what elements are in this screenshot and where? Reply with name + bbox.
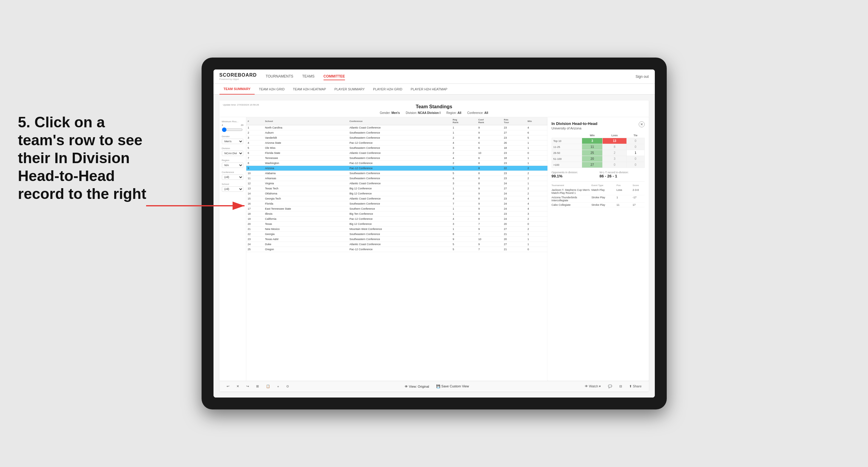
- bottom-toolbar: ↩ ✕ ↪ ⊞ 📋 + ⊙ 👁 View: Original 💾 Save Cu…: [219, 381, 649, 392]
- sub-nav: TEAM SUMMARY TEAM H2H GRID TEAM H2H HEAT…: [214, 84, 655, 95]
- table-row[interactable]: 19 California Pac-12 Conference 4 8 24 2: [246, 217, 548, 222]
- nav-teams[interactable]: TEAMS: [302, 73, 315, 80]
- h2h-title: In Division Head-to-Head: [552, 121, 597, 126]
- toolbar-redo[interactable]: ↪: [244, 383, 251, 389]
- table-body: 1 North Carolina Atlantic Coast Conferen…: [246, 125, 548, 252]
- gender-label: Gender: Men's: [380, 111, 400, 115]
- table-header-row: # School Conference RegRank ConfRank Rds…: [246, 117, 548, 125]
- standings-table: # School Conference RegRank ConfRank Rds…: [246, 117, 548, 252]
- update-time: Update time: 27/03/2024 16:56:26: [223, 103, 259, 106]
- col-conference: Conference: [348, 117, 451, 125]
- h2h-team: University of Arizona: [552, 126, 597, 130]
- col-rank: #: [246, 117, 264, 125]
- region-select[interactable]: N/A: [222, 162, 243, 168]
- tablet-frame: SCOREBOARD Powered by clippd TOURNAMENTS…: [202, 58, 667, 409]
- toolbar-add[interactable]: +: [275, 384, 281, 389]
- table-row[interactable]: 15 Georgia Tech Atlantic Coast Conferenc…: [246, 196, 548, 201]
- h2h-grid: Win Loss Tie Top 10 3 13 0 11-25 11 8 0 …: [552, 133, 645, 168]
- powered-by: Powered by clippd: [219, 78, 257, 81]
- table-row[interactable]: 17 East Tennessee State Southern Confere…: [246, 206, 548, 212]
- opponents-value: 99.1%: [552, 174, 597, 178]
- table-row[interactable]: 8 Washington Pac-12 Conference 2 8 23 1: [246, 161, 548, 166]
- filter-school: School (All): [222, 183, 244, 192]
- table-row[interactable]: 22 Georgia Southeastern Conference 8 7 2…: [246, 232, 548, 237]
- h2h-col-win: Win: [582, 133, 602, 138]
- table-row[interactable]: 10 Alabama Southeastern Conference 5 8 2…: [246, 171, 548, 176]
- conference-select[interactable]: (All): [222, 175, 243, 180]
- table-row[interactable]: 5 Ole Miss Southeastern Conference 3 6 1…: [246, 146, 548, 151]
- table-row[interactable]: 6 Florida State Atlantic Coast Conferenc…: [246, 151, 548, 156]
- toolbar-copy[interactable]: 📋: [264, 383, 273, 389]
- h2h-close-button[interactable]: ✕: [639, 121, 645, 127]
- annotation-text: 5. Click on a team's row to see their In…: [18, 113, 155, 203]
- sign-out-button[interactable]: Sign out: [636, 74, 649, 79]
- toolbar-grid[interactable]: ⊞: [254, 383, 261, 389]
- table-row[interactable]: 1 North Carolina Atlantic Coast Conferen…: [246, 125, 548, 130]
- table-row[interactable]: 25 Oregon Pac-12 Conference 5 7 21 0: [246, 247, 548, 252]
- tournament-row: Cabo Collegiate Stroke Play 11 17: [552, 203, 645, 207]
- toolbar-undo[interactable]: ↩: [224, 383, 232, 389]
- toolbar-clear[interactable]: ✕: [234, 383, 242, 389]
- record-stat: W-L-T record in-division: 86 - 26 - 1: [600, 171, 645, 178]
- view-original-button[interactable]: 👁 View: Original: [402, 384, 431, 389]
- subnav-team-h2h-heatmap[interactable]: TEAM H2H HEATMAP: [289, 84, 330, 95]
- top-nav: SCOREBOARD Powered by clippd TOURNAMENTS…: [214, 69, 655, 84]
- gender-select[interactable]: Men's: [222, 139, 243, 144]
- col-school: School: [264, 117, 348, 125]
- subnav-player-h2h-heatmap[interactable]: PLAYER H2H HEATMAP: [406, 84, 452, 95]
- table-row[interactable]: 12 Virginia Atlantic Coast Conference 3 …: [246, 181, 548, 186]
- table-row[interactable]: 9 Arizona Pac-12 Conference 5 8 22 2: [246, 166, 548, 171]
- h2h-row: 26-50 25 2 1: [552, 150, 644, 156]
- filter-gender: Gender Men's: [222, 135, 244, 144]
- table-row[interactable]: 2 Auburn Southeastern Conference 1 9 27 …: [246, 130, 548, 135]
- tournament-header: Tournament Event Type Pos Score: [552, 184, 645, 187]
- watch-button[interactable]: 👁 Watch ▾: [582, 383, 603, 389]
- h2h-col-tie: Tie: [626, 133, 644, 138]
- h2h-col-label: [552, 133, 582, 138]
- save-custom-view-button[interactable]: 💾 Save Custom View: [434, 383, 471, 389]
- h2h-stats: Opponents in division: 99.1% W-L-T recor…: [552, 171, 645, 178]
- logo-title: SCOREBOARD: [219, 72, 257, 78]
- division-select[interactable]: NCAA Division I: [222, 151, 243, 156]
- subnav-player-h2h-grid[interactable]: PLAYER H2H GRID: [369, 84, 406, 95]
- table-row[interactable]: 16 Florida Southeastern Conference 7 9 2…: [246, 201, 548, 206]
- tournament-rows: Jackson T. Stephens Cup Men's Match-Play…: [552, 188, 645, 207]
- col-rds: RdsTour: [502, 117, 526, 125]
- panel-title: Team Standings: [224, 104, 644, 110]
- filter-conference: Conference (All): [222, 171, 244, 180]
- tournament-row: Jackson T. Stephens Cup Men's Match-Play…: [552, 188, 645, 195]
- h2h-header-row: Win Loss Tie: [552, 133, 644, 138]
- subnav-team-summary[interactable]: TEAM SUMMARY: [219, 84, 255, 95]
- opponents-stat: Opponents in division: 99.1%: [552, 171, 597, 178]
- h2h-body: Top 10 3 13 0 11-25 11 8 0 26-50 25 2 1 …: [552, 138, 644, 168]
- record-value: 86 - 26 - 1: [600, 174, 645, 178]
- nav-committee[interactable]: COMMITTEE: [323, 73, 345, 80]
- table-row[interactable]: 20 Texas Big 12 Conference 3 7 20 0: [246, 222, 548, 227]
- table-row[interactable]: 21 New Mexico Mountain West Conference 1…: [246, 227, 548, 232]
- filter-division: Division NCAA Division I: [222, 147, 244, 156]
- tournament-row: Arizona Thunderbirds Intercollegiate Str…: [552, 195, 645, 203]
- table-row[interactable]: 11 Arkansas Southeastern Conference 6 8 …: [246, 176, 548, 181]
- table-row[interactable]: 23 Texas A&M Southeastern Conference 9 1…: [246, 237, 548, 242]
- school-select[interactable]: (All): [222, 186, 243, 192]
- min-rounds-slider[interactable]: [222, 127, 243, 132]
- toolbar-right: 👁 Watch ▾ 💬 ⊟ ⬆ Share: [582, 383, 644, 389]
- nav-tournaments[interactable]: TOURNAMENTS: [266, 73, 293, 80]
- table-row[interactable]: 18 Illinois Big Ten Conference 1 9 23 3: [246, 212, 548, 217]
- table-row[interactable]: 4 Arizona State Pac-12 Conference 4 6 26…: [246, 141, 548, 146]
- h2h-tournaments: Tournament Event Type Pos Score Jackson …: [552, 181, 645, 207]
- table-row[interactable]: 13 Texas Tech Big 12 Conference 1 9 27 2: [246, 186, 548, 191]
- share-button[interactable]: ⬆ Share: [627, 383, 644, 389]
- table-row[interactable]: 7 Tennessee Southeastern Conference 4 6 …: [246, 156, 548, 161]
- table-row[interactable]: 3 Vanderbilt Southeastern Conference 2 8…: [246, 135, 548, 141]
- toolbar-clock[interactable]: ⊙: [284, 383, 291, 389]
- subnav-player-summary[interactable]: PLAYER SUMMARY: [330, 84, 369, 95]
- subnav-team-h2h-grid[interactable]: TEAM H2H GRID: [255, 84, 289, 95]
- col-win: Win: [526, 117, 548, 125]
- comment-button[interactable]: 💬: [606, 383, 615, 389]
- h2h-panel: In Division Head-to-Head University of A…: [548, 117, 649, 381]
- layout-button[interactable]: ⊟: [617, 383, 624, 389]
- annotation-arrow: [146, 194, 250, 218]
- table-row[interactable]: 14 Oklahoma Big 12 Conference 3 9 24 2: [246, 191, 548, 196]
- table-row[interactable]: 24 Duke Atlantic Coast Conference 5 9 27…: [246, 242, 548, 247]
